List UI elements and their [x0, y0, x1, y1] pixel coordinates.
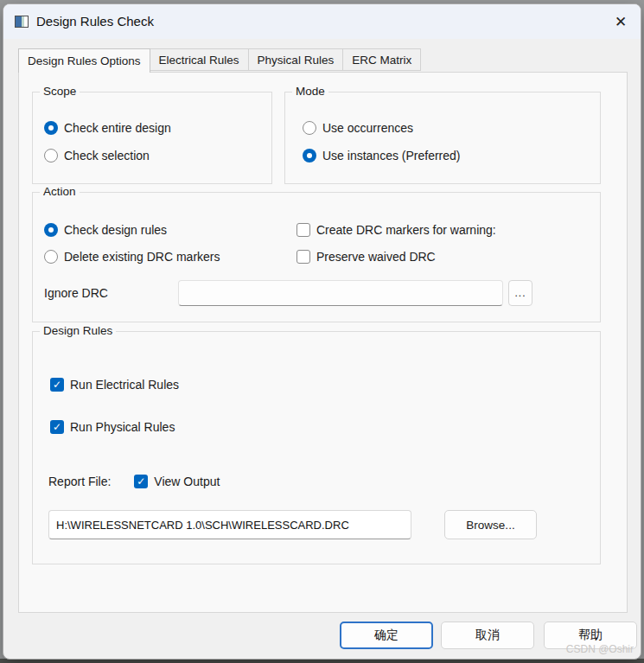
- report-file-row: Report File: View Output: [48, 472, 220, 491]
- checkbox-label: Create DRC markers for warning:: [316, 223, 496, 237]
- checkbox-view-output[interactable]: View Output: [134, 473, 220, 490]
- checkbox-run-physical-rules[interactable]: Run Physical Rules: [50, 418, 175, 436]
- title-bar: Design Rules Check ✕: [3, 4, 641, 39]
- checkbox-preserve-waived-drc[interactable]: Preserve waived DRC: [296, 248, 436, 265]
- design-rules-check-dialog: Design Rules Check ✕ Design Rules Option…: [3, 3, 641, 660]
- action-legend: Action: [40, 185, 80, 198]
- radio-label: Delete existing DRC markers: [64, 250, 220, 264]
- checkbox-run-electrical-rules[interactable]: Run Electrical Rules: [50, 376, 179, 393]
- radio-label: Check selection: [64, 149, 150, 163]
- watermark: CSDN @Oshir: [566, 643, 634, 655]
- ignore-drc-label: Ignore DRC: [44, 286, 108, 300]
- report-file-path-input[interactable]: [48, 510, 411, 539]
- radio-icon[interactable]: [44, 149, 58, 163]
- window-title: Design Rules Check: [36, 4, 154, 39]
- radio-label: Check design rules: [64, 223, 167, 237]
- radio-icon[interactable]: [44, 250, 58, 264]
- tab-electrical-rules[interactable]: Electrical Rules: [150, 48, 249, 71]
- tab-panel-design-rules-options: Scope Check entire design Check selectio…: [18, 72, 628, 613]
- tab-design-rules-options[interactable]: Design Rules Options: [18, 48, 150, 73]
- browse-button[interactable]: Browse...: [444, 510, 537, 539]
- checkbox-label: View Output: [154, 475, 220, 488]
- report-file-label: Report File:: [48, 475, 111, 488]
- cancel-button[interactable]: 取消: [441, 622, 534, 649]
- tab-erc-matrix[interactable]: ERC Matrix: [342, 48, 421, 71]
- ok-button[interactable]: 确定: [340, 622, 433, 649]
- action-groupbox: Action Check design rules Delete existin…: [32, 192, 601, 322]
- radio-check-entire-design[interactable]: Check entire design: [44, 119, 171, 137]
- checkbox-icon[interactable]: [296, 250, 310, 264]
- radio-icon[interactable]: [44, 121, 58, 135]
- checkbox-create-drc-markers-for-warnings[interactable]: Create DRC markers for warning:: [296, 221, 496, 239]
- checkbox-label: Run Electrical Rules: [70, 378, 179, 392]
- checkbox-icon[interactable]: [134, 475, 148, 488]
- ignore-drc-input[interactable]: [178, 280, 503, 306]
- app-icon: [15, 16, 29, 28]
- radio-label: Check entire design: [64, 121, 171, 135]
- checkbox-icon[interactable]: [50, 420, 64, 434]
- radio-check-design-rules[interactable]: Check design rules: [44, 221, 167, 239]
- ignore-drc-ellipsis-button[interactable]: ...: [508, 280, 532, 306]
- tab-bar: Design Rules Options Electrical Rules Ph…: [18, 48, 421, 72]
- checkbox-icon[interactable]: [296, 223, 310, 237]
- radio-icon[interactable]: [303, 121, 316, 135]
- scope-legend: Scope: [40, 85, 80, 98]
- close-button[interactable]: ✕: [606, 8, 635, 35]
- radio-icon[interactable]: [44, 223, 58, 237]
- scope-groupbox: Scope Check entire design Check selectio…: [32, 92, 272, 184]
- design-rules-groupbox: Design Rules Run Electrical Rules Run Ph…: [32, 331, 601, 564]
- radio-delete-existing-drc-markers[interactable]: Delete existing DRC markers: [44, 248, 220, 265]
- radio-label: Use occurrences: [322, 121, 413, 135]
- radio-label: Use instances (Preferred): [322, 149, 461, 163]
- close-icon: ✕: [615, 13, 627, 31]
- design-rules-legend: Design Rules: [40, 324, 116, 337]
- tab-physical-rules[interactable]: Physical Rules: [248, 48, 344, 71]
- radio-use-occurrences[interactable]: Use occurrences: [303, 119, 413, 137]
- radio-use-instances[interactable]: Use instances (Preferred): [303, 147, 461, 164]
- checkbox-label: Preserve waived DRC: [316, 250, 436, 264]
- mode-groupbox: Mode Use occurrences Use instances (Pref…: [284, 92, 601, 184]
- checkbox-label: Run Physical Rules: [70, 420, 175, 434]
- radio-check-selection[interactable]: Check selection: [44, 147, 150, 164]
- mode-legend: Mode: [292, 85, 328, 98]
- checkbox-icon[interactable]: [50, 378, 64, 392]
- radio-icon[interactable]: [303, 149, 316, 163]
